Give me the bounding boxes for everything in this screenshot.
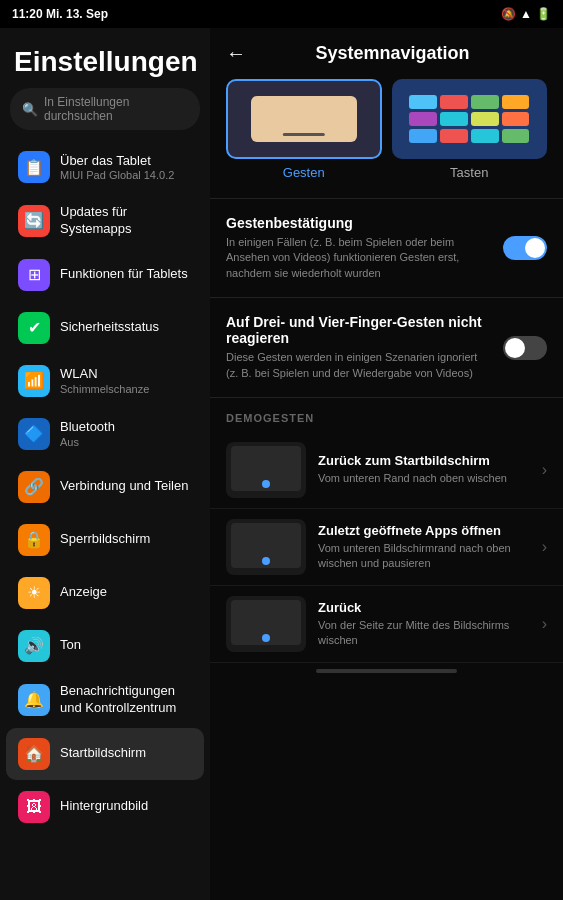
- sidebar-item-lockscreen[interactable]: 🔒 Sperrbildschirm: [6, 514, 204, 566]
- demo-thumb-back-to-home: [226, 442, 306, 498]
- btn-cell: [471, 112, 499, 126]
- three-finger-desc: Diese Gesten werden in einigen Szenarien…: [226, 350, 491, 381]
- sidebar-item-functions[interactable]: ⊞ Funktionen für Tablets: [6, 249, 204, 301]
- sidebar-item-text-display: Anzeige: [60, 584, 107, 601]
- demo-arrow-recent-apps: ›: [542, 538, 547, 556]
- back-button[interactable]: ←: [226, 42, 246, 65]
- sidebar-item-text-notifications: Benachrichtigungen und Kontrollzentrum: [60, 683, 192, 717]
- sidebar-icon-display: ☀: [18, 577, 50, 609]
- search-placeholder: In Einstellungen durchsuchen: [44, 95, 188, 123]
- gesture-confirm-toggle[interactable]: [503, 236, 547, 260]
- nav-option-buttons[interactable]: Tasten: [392, 79, 548, 180]
- three-finger-text: Auf Drei- und Vier-Finger-Gesten nicht r…: [226, 314, 491, 381]
- sidebar-icon-connection: 🔗: [18, 471, 50, 503]
- status-bar: 11:20 Mi. 13. Sep 🔕 ▲ 🔋: [0, 0, 563, 28]
- sidebar-icon-homescreen: 🏠: [18, 738, 50, 770]
- sidebar-item-display[interactable]: ☀ Anzeige: [6, 567, 204, 619]
- status-icons: 🔕 ▲ 🔋: [501, 7, 551, 21]
- gesture-confirm-text: Gestenbestätigung In einigen Fällen (z. …: [226, 215, 491, 281]
- divider: [210, 198, 563, 199]
- gestures-preview: [226, 79, 382, 159]
- btn-cell: [409, 129, 437, 143]
- demo-arrow-back: ›: [542, 615, 547, 633]
- three-finger-toggle[interactable]: [503, 336, 547, 360]
- demo-title-back-to-home: Zurück zum Startbildschirm: [318, 453, 530, 468]
- demo-thumb-recent-apps: [226, 519, 306, 575]
- demo-title-recent-apps: Zuletzt geöffnete Apps öffnen: [318, 523, 530, 538]
- sidebar-item-text-connection: Verbindung und Teilen: [60, 478, 188, 495]
- demo-text-back: Zurück Von der Seite zur Mitte des Bilds…: [318, 600, 530, 649]
- demo-text-recent-apps: Zuletzt geöffnete Apps öffnen Vom untere…: [318, 523, 530, 572]
- btn-cell: [471, 95, 499, 109]
- sidebar-item-sublabel-wlan: Schimmelschanze: [60, 383, 149, 395]
- demo-item-back[interactable]: Zurück Von der Seite zur Mitte des Bilds…: [210, 586, 563, 663]
- gesture-confirm-desc: In einigen Fällen (z. B. beim Spielen od…: [226, 235, 491, 281]
- btn-cell: [502, 112, 530, 126]
- sidebar-item-text-lockscreen: Sperrbildschirm: [60, 531, 150, 548]
- sidebar-item-text-sound: Ton: [60, 637, 81, 654]
- btn-cell: [502, 95, 530, 109]
- sidebar-icon-bluetooth: 🔷: [18, 418, 50, 450]
- gesture-confirm-row: Gestenbestätigung In einigen Fällen (z. …: [210, 201, 563, 295]
- sidebar-item-sound[interactable]: 🔊 Ton: [6, 620, 204, 672]
- sidebar-item-about[interactable]: 📋 Über das Tablet MIUI Pad Global 14.0.2: [6, 141, 204, 193]
- demo-items-list: Zurück zum Startbildschirm Vom unteren R…: [210, 432, 563, 663]
- nav-option-gestures[interactable]: Gesten: [226, 79, 382, 180]
- sidebar-item-text-wallpaper: Hintergrundbild: [60, 798, 148, 815]
- btn-cell: [502, 129, 530, 143]
- sidebar-item-text-about: Über das Tablet MIUI Pad Global 14.0.2: [60, 153, 174, 182]
- gesture-confirm-title: Gestenbestätigung: [226, 215, 491, 231]
- demo-desc-back-to-home: Vom unteren Rand nach oben wischen: [318, 471, 530, 486]
- sidebar-item-label-homescreen: Startbildschirm: [60, 745, 146, 762]
- demo-desc-back: Von der Seite zur Mitte des Bildschirms …: [318, 618, 530, 649]
- demo-item-back-to-home[interactable]: Zurück zum Startbildschirm Vom unteren R…: [210, 432, 563, 509]
- sidebar-item-label-updates: Updates für Systemapps: [60, 204, 192, 238]
- sidebar-item-text-security: Sicherheitsstatus: [60, 319, 159, 336]
- divider-3: [210, 397, 563, 398]
- sidebar-item-text-updates: Updates für Systemapps: [60, 204, 192, 238]
- btn-cell: [409, 95, 437, 109]
- demo-arrow-back-to-home: ›: [542, 461, 547, 479]
- sidebar-icon-about: 📋: [18, 151, 50, 183]
- gesture-bar: [283, 133, 325, 136]
- sidebar-item-updates[interactable]: 🔄 Updates für Systemapps: [6, 194, 204, 248]
- demo-desc-recent-apps: Vom unteren Bildschirmrand nach oben wis…: [318, 541, 530, 572]
- sidebar-items-list: 📋 Über das Tablet MIUI Pad Global 14.0.2…: [0, 140, 210, 834]
- sidebar-item-label-functions: Funktionen für Tablets: [60, 266, 188, 283]
- demo-dot: [262, 634, 270, 642]
- demo-title-back: Zurück: [318, 600, 530, 615]
- sidebar-item-label-wlan: WLAN: [60, 366, 149, 383]
- panel-title: Systemnavigation: [258, 43, 547, 64]
- sidebar-item-wallpaper[interactable]: 🖼 Hintergrundbild: [6, 781, 204, 833]
- sidebar-title: Einstellungen: [0, 28, 210, 88]
- bottom-nav-bar: [316, 669, 457, 673]
- sidebar-item-bluetooth[interactable]: 🔷 Bluetooth Aus: [6, 408, 204, 460]
- status-time: 11:20 Mi. 13. Sep: [12, 7, 108, 21]
- sidebar-item-notifications[interactable]: 🔔 Benachrichtigungen und Kontrollzentrum: [6, 673, 204, 727]
- panel-header: ← Systemnavigation: [210, 28, 563, 79]
- sidebar-item-text-homescreen: Startbildschirm: [60, 745, 146, 762]
- sidebar-item-label-security: Sicherheitsstatus: [60, 319, 159, 336]
- toggle-knob: [525, 238, 545, 258]
- sidebar-item-label-wallpaper: Hintergrundbild: [60, 798, 148, 815]
- buttons-label: Tasten: [450, 165, 488, 180]
- sidebar-item-label-lockscreen: Sperrbildschirm: [60, 531, 150, 548]
- sidebar-item-wlan[interactable]: 📶 WLAN Schimmelschanze: [6, 355, 204, 407]
- btn-cell: [440, 129, 468, 143]
- btn-cell: [471, 129, 499, 143]
- demo-item-recent-apps[interactable]: Zuletzt geöffnete Apps öffnen Vom untere…: [210, 509, 563, 586]
- gestures-label: Gesten: [283, 165, 325, 180]
- sidebar-item-label-connection: Verbindung und Teilen: [60, 478, 188, 495]
- sidebar-item-security[interactable]: ✔ Sicherheitsstatus: [6, 302, 204, 354]
- sidebar-icon-functions: ⊞: [18, 259, 50, 291]
- sidebar: Einstellungen 🔍 In Einstellungen durchsu…: [0, 28, 210, 900]
- btn-cell: [409, 112, 437, 126]
- sidebar-item-text-functions: Funktionen für Tablets: [60, 266, 188, 283]
- sidebar-search[interactable]: 🔍 In Einstellungen durchsuchen: [10, 88, 200, 130]
- demo-thumb-back: [226, 596, 306, 652]
- sidebar-icon-updates: 🔄: [18, 205, 50, 237]
- sidebar-item-connection[interactable]: 🔗 Verbindung und Teilen: [6, 461, 204, 513]
- sidebar-item-homescreen[interactable]: 🏠 Startbildschirm: [6, 728, 204, 780]
- sidebar-icon-notifications: 🔔: [18, 684, 50, 716]
- battery-icon: 🔋: [536, 7, 551, 21]
